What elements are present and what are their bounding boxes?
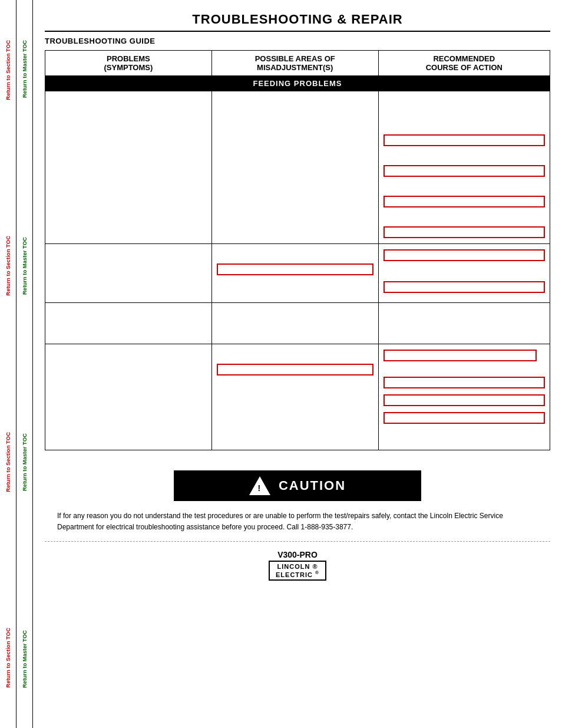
cell-recommended-1	[378, 91, 550, 244]
table-header-row: PROBLEMS(SYMPTOMS) POSSIBLE AREAS OFMISA…	[45, 51, 550, 76]
footer-model: V300-PRO	[45, 550, 550, 559]
table-row	[45, 344, 550, 450]
cell-possible-2	[211, 244, 378, 303]
cell-recommended-3	[378, 303, 550, 344]
rec-link-1-3[interactable]	[384, 196, 545, 207]
rec-link-4-3[interactable]	[384, 394, 545, 406]
caution-block: ! CAUTION	[174, 470, 421, 501]
caution-label: CAUTION	[279, 478, 346, 493]
pos-link-2-1[interactable]	[217, 263, 373, 275]
main-content: TROUBLESHOOTING & REPAIR TROUBLESHOOTING…	[33, 0, 562, 598]
possible-boxes-4	[217, 348, 373, 377]
nav-pair-4[interactable]: Return to Section TOC	[0, 623, 16, 693]
header-possible: POSSIBLE AREAS OFMISADJUSTMENT(S)	[211, 51, 378, 76]
registered-mark: ®	[312, 563, 318, 570]
nav-pair-2[interactable]: Return to Section TOC	[0, 231, 16, 301]
feeding-header: FEEDING PROBLEMS	[45, 76, 550, 91]
cell-problems-4	[45, 344, 212, 450]
problems-content-2	[50, 248, 207, 271]
section-title: TROUBLESHOOTING GUIDE	[45, 37, 550, 45]
guide-table: PROBLEMS(SYMPTOMS) POSSIBLE AREAS OFMISA…	[45, 50, 550, 450]
table-row	[45, 91, 550, 244]
lincoln-logo: LINCOLN ® ELECTRIC	[269, 561, 326, 581]
brand-line2: ELECTRIC	[276, 571, 313, 578]
cell-possible-4	[211, 344, 378, 450]
possible-content-3	[217, 307, 373, 330]
nav-pair-master-3[interactable]: Return to Master TOC	[16, 429, 32, 496]
header-problems: PROBLEMS(SYMPTOMS)	[45, 51, 212, 76]
section-toc-4[interactable]: Return to Section TOC	[5, 628, 11, 688]
section-toc-3[interactable]: Return to Section TOC	[5, 432, 11, 492]
rec-link-1-4[interactable]	[384, 226, 545, 238]
left-nav-strip: Return to Section TOC Return to Section …	[0, 0, 16, 728]
section-toc-1[interactable]: Return to Section TOC	[5, 40, 11, 100]
nav-pair-master-2[interactable]: Return to Master TOC	[16, 232, 32, 299]
footer: V300-PRO LINCOLN ® ELECTRIC	[45, 546, 550, 587]
recommended-boxes-2	[384, 248, 545, 295]
cell-problems-1	[45, 91, 212, 244]
caution-triangle-icon: !	[249, 476, 270, 495]
cell-problems-3	[45, 303, 212, 344]
rec-link-2-1[interactable]	[384, 249, 545, 261]
master-toc-4[interactable]: Return to Master TOC	[21, 630, 28, 688]
header-recommended: RECOMMENDEDCOURSE OF ACTION	[378, 51, 550, 76]
table-row	[45, 244, 550, 303]
feeding-header-row: FEEDING PROBLEMS	[45, 76, 550, 91]
recommended-boxes-1	[384, 95, 545, 240]
nav-pair-3[interactable]: Return to Section TOC	[0, 427, 16, 497]
table-row	[45, 303, 550, 344]
caution-text: If for any reason you do not understand …	[56, 510, 539, 533]
master-toc-2[interactable]: Return to Master TOC	[21, 237, 28, 295]
cell-possible-3	[211, 303, 378, 344]
possible-boxes-2	[217, 248, 373, 277]
page-title: TROUBLESHOOTING & REPAIR	[45, 6, 550, 32]
master-toc-1[interactable]: Return to Master TOC	[21, 40, 28, 98]
brand-line1: LINCOLN	[277, 563, 310, 570]
nav-pair-master-4[interactable]: Return to Master TOC	[16, 625, 32, 693]
nav-pair-1[interactable]: Return to Section TOC	[0, 35, 16, 105]
dashed-divider	[45, 541, 550, 542]
possible-content-1	[217, 95, 373, 118]
cell-recommended-2	[378, 244, 550, 303]
cell-problems-2	[45, 244, 212, 303]
rec-link-1-2[interactable]	[384, 165, 545, 177]
rec-link-4-4[interactable]	[384, 412, 545, 424]
green-nav-strip: Return to Master TOC Return to Master TO…	[16, 0, 33, 728]
problems-content-1	[50, 95, 207, 118]
pos-link-4-1[interactable]	[217, 364, 373, 375]
recommended-boxes-4	[384, 348, 545, 426]
problems-content-3	[50, 307, 207, 330]
cell-recommended-4	[378, 344, 550, 450]
rec-link-4-1[interactable]	[384, 350, 537, 361]
cell-possible-1	[211, 91, 378, 244]
section-toc-2[interactable]: Return to Section TOC	[5, 236, 11, 296]
master-toc-3[interactable]: Return to Master TOC	[21, 433, 28, 491]
problems-content-4	[50, 348, 207, 371]
nav-pair-master-1[interactable]: Return to Master TOC	[16, 35, 32, 103]
recommended-content-3	[384, 307, 545, 330]
rec-link-2-2[interactable]	[384, 281, 545, 293]
rec-link-4-2[interactable]	[384, 377, 545, 388]
rec-link-1-1[interactable]	[384, 134, 545, 146]
caution-exclamation: !	[258, 483, 262, 493]
